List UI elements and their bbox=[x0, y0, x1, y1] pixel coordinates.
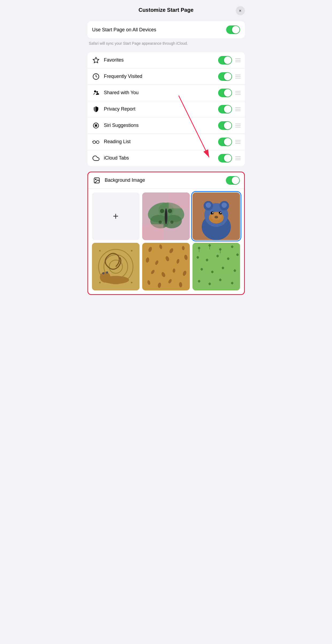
reading-list-toggle[interactable] bbox=[218, 138, 232, 146]
background-image-grid: + bbox=[88, 189, 244, 294]
background-image-header: Background Image bbox=[88, 172, 244, 189]
sync-card: Use Start Page on All Devices bbox=[87, 21, 245, 38]
list-item-icloud-tabs: iCloud Tabs bbox=[87, 150, 245, 166]
favorites-label: Favorites bbox=[104, 57, 214, 63]
svg-point-4 bbox=[94, 90, 96, 92]
toggle-knob bbox=[232, 26, 240, 33]
page-wrapper: Customize Start Page × Use Start Page on… bbox=[87, 5, 245, 295]
svg-point-48 bbox=[106, 271, 108, 274]
svg-point-53 bbox=[131, 282, 132, 283]
svg-point-41 bbox=[211, 213, 222, 220]
svg-point-51 bbox=[131, 250, 132, 252]
background-image-label: Background Image bbox=[105, 177, 145, 183]
background-image-texture1[interactable] bbox=[142, 243, 190, 290]
svg-point-38 bbox=[212, 212, 213, 213]
list-item-reading-list: Reading List bbox=[87, 134, 245, 150]
favorites-toggle[interactable] bbox=[218, 56, 232, 65]
sync-subtitle: Safari will sync your Start Page appeara… bbox=[87, 41, 245, 46]
items-list-card: Favorites Frequently Visited bbox=[87, 52, 245, 166]
cloud-icon bbox=[92, 154, 100, 162]
svg-point-52 bbox=[99, 282, 101, 283]
frequently-visited-controls bbox=[218, 72, 241, 81]
icloud-tabs-drag-handle[interactable] bbox=[235, 156, 241, 160]
sync-label: Use Start Page on All Devices bbox=[92, 27, 156, 33]
svg-point-24 bbox=[159, 221, 162, 224]
background-image-texture2[interactable] bbox=[192, 243, 240, 290]
reading-list-controls bbox=[218, 138, 241, 146]
svg-point-22 bbox=[160, 209, 164, 213]
page-title: Customize Start Page bbox=[138, 7, 194, 13]
svg-point-50 bbox=[99, 250, 101, 252]
glasses-icon bbox=[92, 138, 100, 146]
background-image-toggle[interactable] bbox=[226, 176, 240, 185]
shield-icon bbox=[92, 105, 100, 113]
privacy-report-label: Privacy Report bbox=[104, 106, 214, 112]
modal-header: Customize Start Page × bbox=[87, 5, 245, 16]
icloud-tabs-controls bbox=[218, 154, 241, 162]
frequently-visited-label: Frequently Visited bbox=[104, 74, 214, 79]
svg-point-39 bbox=[220, 212, 221, 213]
background-image-header-left: Background Image bbox=[92, 176, 145, 185]
add-background-image-button[interactable]: + bbox=[92, 192, 140, 240]
list-item-siri-suggestions: Siri Suggestions bbox=[87, 118, 245, 134]
svg-rect-27 bbox=[169, 192, 190, 208]
svg-point-23 bbox=[168, 209, 172, 213]
privacy-report-controls bbox=[218, 105, 241, 113]
background-image-butterfly[interactable] bbox=[142, 192, 190, 240]
list-item-favorites: Favorites bbox=[87, 52, 245, 69]
svg-point-5 bbox=[96, 91, 98, 93]
shared-icon bbox=[92, 89, 100, 97]
siri-suggestions-toggle[interactable] bbox=[218, 121, 232, 130]
svg-point-25 bbox=[170, 221, 173, 224]
close-button[interactable]: × bbox=[236, 6, 245, 15]
reading-list-label: Reading List bbox=[104, 139, 214, 145]
background-image-card: Background Image + bbox=[87, 172, 245, 295]
svg-marker-2 bbox=[93, 57, 99, 63]
siri-icon bbox=[92, 121, 100, 130]
svg-rect-26 bbox=[142, 224, 163, 240]
shared-with-you-label: Shared with You bbox=[104, 90, 214, 96]
svg-point-10 bbox=[93, 141, 95, 143]
svg-line-13 bbox=[92, 141, 93, 142]
shared-with-you-drag-handle[interactable] bbox=[235, 91, 241, 95]
clock-icon bbox=[92, 72, 100, 81]
background-image-snail[interactable] bbox=[92, 243, 140, 290]
svg-point-47 bbox=[102, 272, 104, 274]
background-image-icon bbox=[92, 176, 101, 185]
list-item-privacy-report: Privacy Report bbox=[87, 101, 245, 118]
siri-suggestions-drag-handle[interactable] bbox=[235, 124, 241, 127]
shared-with-you-controls bbox=[218, 89, 241, 97]
svg-point-34 bbox=[222, 202, 227, 208]
star-icon bbox=[92, 56, 100, 65]
privacy-report-drag-handle[interactable] bbox=[235, 107, 241, 111]
list-item-frequently-visited: Frequently Visited bbox=[87, 69, 245, 85]
svg-point-33 bbox=[206, 202, 211, 208]
shared-with-you-toggle[interactable] bbox=[218, 89, 232, 97]
list-item-shared-with-you: Shared with You bbox=[87, 85, 245, 101]
siri-suggestions-controls bbox=[218, 121, 241, 130]
privacy-report-toggle[interactable] bbox=[218, 105, 232, 113]
sync-toggle[interactable] bbox=[226, 25, 240, 34]
reading-list-drag-handle[interactable] bbox=[235, 140, 241, 144]
favorites-drag-handle[interactable] bbox=[235, 58, 241, 62]
frequently-visited-drag-handle[interactable] bbox=[235, 75, 241, 78]
frequently-visited-toggle[interactable] bbox=[218, 72, 232, 81]
icloud-tabs-toggle[interactable] bbox=[218, 154, 232, 162]
icloud-tabs-label: iCloud Tabs bbox=[104, 155, 214, 161]
favorites-controls bbox=[218, 56, 241, 65]
svg-point-11 bbox=[96, 141, 99, 143]
svg-point-15 bbox=[95, 179, 96, 180]
background-image-bear[interactable] bbox=[192, 192, 240, 240]
svg-point-21 bbox=[165, 208, 167, 224]
siri-suggestions-label: Siri Suggestions bbox=[104, 123, 214, 128]
svg-point-49 bbox=[102, 276, 129, 284]
